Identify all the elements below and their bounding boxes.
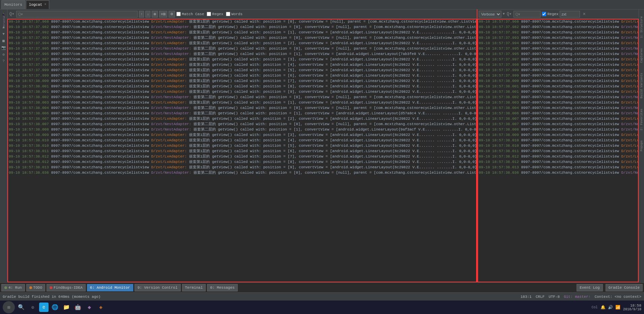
log-line[interactable]: 09-10 18:57:38.013 8997-8997/com.mcxtzha…: [7, 165, 477, 170]
right-search-icon[interactable]: Q▾: [506, 11, 512, 17]
left-log-content[interactable]: 09-10 18:57:37.968 8997-8997/com.mcxtzha…: [7, 19, 477, 282]
version-control-btn[interactable]: 9: Version Control: [135, 284, 181, 291]
log-line[interactable]: 09-10 18:57:37.999 8997-8997/com.mcxtzha…: [477, 73, 639, 78]
left-icon-stop[interactable]: ⏹: [1, 38, 7, 44]
log-line[interactable]: 09-10 18:57:38.011 8997-8997/com.mcxtzha…: [7, 148, 477, 154]
search-dropdown-icon[interactable]: Q▾: [9, 11, 15, 17]
log-line[interactable]: 09-10 18:57:38.006 8997-8997/com.mcxtzha…: [477, 111, 639, 116]
log-line[interactable]: 09-10 18:57:37.995 8997-8997/com.mcxtzha…: [477, 51, 639, 57]
log-line[interactable]: 09-10 18:57:38.001 8997-8997/com.mcxtzha…: [477, 89, 639, 94]
left-icon-help[interactable]: ?: [1, 58, 7, 64]
log-line[interactable]: 09-10 18:57:37.968 8997-8997/com.mcxtzha…: [477, 19, 639, 24]
right-filter-input[interactable]: [514, 11, 540, 18]
left-icon-camera[interactable]: 📷: [1, 45, 7, 51]
search-next-btn[interactable]: ↓: [145, 11, 150, 18]
vert-label-favorites[interactable]: 2: Favorites: [640, 109, 643, 131]
right-log-content[interactable]: 09-10 18:57:37.968 8997-8997/com.mcxtzha…: [477, 19, 639, 282]
todo-btn[interactable]: TODO: [26, 284, 45, 291]
search-add-btn[interactable]: ⊕: [152, 11, 158, 18]
encoding[interactable]: UTF-8: [549, 295, 560, 299]
log-line[interactable]: 09-10 18:57:38.008 8997-8997/com.mcxtzha…: [7, 127, 477, 132]
vert-label-popup[interactable]: Popups: [640, 140, 643, 151]
win-icon-search[interactable]: 🔍: [16, 302, 26, 312]
log-line[interactable]: 09-10 18:57:38.007 8997-8997/com.mcxtzha…: [7, 121, 477, 127]
tab-logcat-close[interactable]: ×: [44, 3, 46, 6]
log-line[interactable]: 09-10 18:57:38.006 8997-8997/com.mcxtzha…: [7, 111, 477, 116]
win-icon-app1[interactable]: ◆: [84, 302, 94, 312]
log-line[interactable]: 09-10 18:57:38.001 8997-8997/com.mcxtzha…: [7, 84, 477, 89]
vert-label-build-variants[interactable]: Build Variants: [640, 73, 643, 98]
log-line[interactable]: 09-10 18:57:37.998 8997-8997/com.mcxtzha…: [7, 62, 477, 67]
zxt-input[interactable]: [560, 11, 580, 18]
log-line[interactable]: 09-10 18:57:37.994 8997-8997/com.mcxtzha…: [7, 40, 477, 46]
win-start-btn[interactable]: ⊞: [3, 301, 15, 313]
log-line[interactable]: 09-10 18:57:38.011 8997-8997/com.mcxtzha…: [477, 148, 639, 154]
log-line[interactable]: 09-10 18:57:38.003 8997-8997/com.mcxtzha…: [477, 100, 639, 105]
messages-btn[interactable]: 0: Messages: [207, 284, 238, 291]
right-regex-checkbox[interactable]: [542, 12, 546, 16]
search-prev-btn[interactable]: ↑: [139, 11, 144, 18]
log-line[interactable]: 09-10 18:57:38.009 8997-8997/com.mcxtzha…: [7, 132, 477, 138]
log-line[interactable]: 09-10 18:57:38.000 8997-8997/com.mcxtzha…: [7, 78, 477, 84]
findbugs-btn[interactable]: FindBugs-IDEA: [47, 284, 86, 291]
vert-label-structure[interactable]: 1: Structure: [640, 16, 643, 38]
log-line[interactable]: 09-10 18:57:37.982 8997-8997/com.mcxtzha…: [7, 24, 477, 30]
log-line[interactable]: 09-10 18:57:38.007 8997-8997/com.mcxtzha…: [7, 116, 477, 121]
verbose-select[interactable]: Verbose Debug Info Warn Error: [479, 11, 501, 18]
log-line[interactable]: 09-10 18:57:38.010 8997-8997/com.mcxtzha…: [477, 138, 639, 143]
tab-logcat[interactable]: logcat ×: [26, 0, 50, 9]
log-line[interactable]: 09-10 18:57:37.992 8997-8997/com.mcxtzha…: [477, 30, 639, 35]
run-btn[interactable]: 4: Run: [1, 284, 25, 291]
log-line[interactable]: 09-10 18:57:37.995 8997-8997/com.mcxtzha…: [7, 51, 477, 57]
win-icon-android[interactable]: 🤖: [73, 302, 83, 312]
log-line[interactable]: 09-10 18:57:37.999 8997-8997/com.mcxtzha…: [477, 67, 639, 73]
right-regex-label[interactable]: Regex: [542, 12, 558, 16]
win-icon-folder[interactable]: 📁: [61, 302, 71, 312]
log-line[interactable]: 09-10 18:57:38.012 8997-8997/com.mcxtzha…: [477, 154, 639, 159]
win-icon-app2[interactable]: ◈: [96, 302, 106, 312]
words-label[interactable]: Words: [226, 12, 242, 16]
log-line[interactable]: 09-10 18:57:38.012 8997-8997/com.mcxtzha…: [7, 154, 477, 159]
log-line[interactable]: 09-10 18:57:37.982 8997-8997/com.mcxtzha…: [477, 24, 639, 30]
log-line[interactable]: 09-10 18:57:38.004 8997-8997/com.mcxtzha…: [477, 105, 639, 111]
log-line[interactable]: 09-10 18:57:37.999 8997-8997/com.mcxtzha…: [7, 67, 477, 73]
regex-checkbox[interactable]: [207, 12, 211, 16]
log-line[interactable]: 09-10 18:57:38.036 8997-8997/com.mcxtzha…: [477, 170, 639, 175]
log-line[interactable]: 09-10 18:57:37.998 8997-8997/com.mcxtzha…: [477, 62, 639, 67]
log-line[interactable]: 09-10 18:57:38.009 8997-8997/com.mcxtzha…: [477, 132, 639, 138]
log-line[interactable]: 09-10 18:57:37.995 8997-8997/com.mcxtzha…: [477, 46, 639, 51]
search-settings-btn[interactable]: ⚙: [169, 11, 175, 18]
left-icon-structure[interactable]: Structure: [1, 18, 7, 24]
log-line[interactable]: 09-10 18:57:38.013 8997-8997/com.mcxtzha…: [477, 165, 639, 170]
log-line[interactable]: 09-10 18:57:38.000 8997-8997/com.mcxtzha…: [477, 78, 639, 84]
match-case-checkbox[interactable]: [176, 12, 181, 16]
line-ending[interactable]: CRLF: [536, 295, 545, 299]
terminal-btn[interactable]: Terminal: [182, 284, 206, 291]
log-line[interactable]: 09-10 18:57:38.001 8997-8997/com.mcxtzha…: [477, 84, 639, 89]
log-line[interactable]: 09-10 18:57:37.995 8997-8997/com.mcxtzha…: [7, 46, 477, 51]
left-icon-down[interactable]: ▼: [1, 31, 7, 37]
log-line[interactable]: 09-10 18:57:38.008 8997-8997/com.mcxtzha…: [477, 127, 639, 132]
log-line[interactable]: 09-10 18:57:38.007 8997-8997/com.mcxtzha…: [477, 116, 639, 121]
words-checkbox[interactable]: [226, 12, 230, 16]
log-line[interactable]: 09-10 18:57:37.993 8997-8997/com.mcxtzha…: [477, 35, 639, 40]
log-line[interactable]: 09-10 18:57:38.007 8997-8997/com.mcxtzha…: [477, 121, 639, 127]
log-line[interactable]: 09-10 18:57:38.010 8997-8997/com.mcxtzha…: [7, 138, 477, 143]
left-icon-settings[interactable]: ⚙: [1, 51, 7, 57]
log-line[interactable]: 09-10 18:57:38.003 8997-8997/com.mcxtzha…: [7, 100, 477, 105]
log-line[interactable]: 09-10 18:57:38.002 8997-8997/com.mcxtzha…: [477, 94, 639, 100]
win-icon-cortana[interactable]: ⊙: [28, 302, 38, 312]
log-line[interactable]: 09-10 18:57:38.012 8997-8997/com.mcxtzha…: [7, 159, 477, 165]
log-line[interactable]: 09-10 18:57:38.036 8997-8997/com.mcxtzha…: [7, 170, 477, 175]
event-log-btn[interactable]: Event Log: [577, 284, 603, 291]
gradle-console-btn[interactable]: Gradle Console: [606, 284, 643, 291]
log-line[interactable]: 09-10 18:57:38.010 8997-8997/com.mcxtzha…: [477, 143, 639, 148]
vert-label-captures[interactable]: Captures: [640, 48, 643, 63]
search-input[interactable]: [16, 11, 138, 18]
search-filter-btn[interactable]: ≡⊞: [159, 11, 167, 18]
win-icon-ie[interactable]: 🌐: [50, 302, 60, 312]
cursor-position[interactable]: 183:1: [521, 295, 532, 299]
match-case-label[interactable]: Match Case: [176, 12, 204, 16]
android-monitor-btn[interactable]: 6: Android Monitor: [87, 284, 133, 291]
log-line[interactable]: 09-10 18:57:37.993 8997-8997/com.mcxtzha…: [7, 35, 477, 40]
